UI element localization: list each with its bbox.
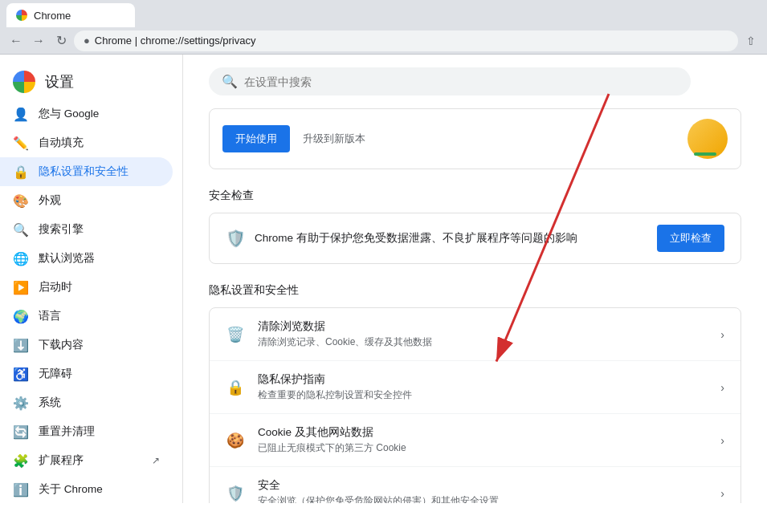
site-icon: ● — [84, 35, 90, 47]
search-engine-icon: 🔍 — [13, 221, 29, 238]
download-icon: ⬇️ — [13, 337, 29, 353]
sidebar-item-autofill[interactable]: ✏️ 自动填充 — [0, 128, 173, 157]
promo-graphic — [663, 119, 728, 159]
sidebar-label-reset: 重置并清理 — [39, 424, 160, 439]
google-icon: 👤 — [13, 106, 29, 122]
privacy-guide-title: 隐私保护指南 — [258, 372, 708, 387]
cookies-title: Cookie 及其他网站数据 — [258, 425, 708, 440]
active-tab[interactable]: Chrome — [6, 3, 135, 27]
sidebar-label-language: 语言 — [39, 309, 160, 323]
search-bar: 🔍 — [209, 67, 691, 95]
tab-label: Chrome — [34, 10, 71, 22]
chevron-right-icon-3: › — [720, 434, 724, 447]
settings-item-security[interactable]: 🛡️ 安全 安全浏览（保护您免受危险网站的侵害）和其他安全设置 › — [210, 467, 740, 503]
back-button[interactable]: ← — [6, 31, 26, 51]
security-subtitle: 安全浏览（保护您免受危险网站的侵害）和其他安全设置 — [258, 494, 708, 503]
sidebar-label-accessibility: 无障碍 — [39, 367, 160, 381]
privacy-section-title: 隐私设置和安全性 — [209, 283, 741, 298]
sidebar-header: 设置 — [0, 61, 182, 99]
sidebar-title: 设置 — [45, 72, 74, 91]
chrome-logo-icon — [13, 71, 35, 93]
privacy-guide-text: 隐私保护指南 检查重要的隐私控制设置和安全控件 — [258, 372, 708, 402]
promo-card: 开始使用 升级到新版本 — [209, 108, 741, 169]
search-icon: 🔍 — [222, 74, 238, 89]
sidebar-label-google: 您与 Google — [39, 107, 160, 121]
forward-button[interactable]: → — [29, 31, 48, 51]
sidebar-item-startup[interactable]: ▶️ 启动时 — [0, 273, 173, 302]
reload-button[interactable]: ↻ — [51, 31, 71, 51]
tab-bar: Chrome — [0, 0, 767, 27]
share-button[interactable]: ⇧ — [741, 31, 761, 51]
sidebar: 设置 👤 您与 Google ✏️ 自动填充 🔒 隐私设置和安全性 🎨 外观 🔍… — [0, 55, 183, 503]
clear-browsing-text: 清除浏览数据 清除浏览记录、Cookie、缓存及其他数据 — [258, 319, 708, 349]
sidebar-item-about[interactable]: ℹ️ 关于 Chrome — [0, 475, 173, 503]
sidebar-label-extensions: 扩展程序 — [39, 453, 142, 468]
main-content: 🔍 开始使用 升级到新版本 安全检查 🛡️ Chrome 有助于保护您免受数据泄… — [183, 55, 767, 503]
security-icon: 🛡️ — [226, 484, 245, 503]
appearance-icon: 🎨 — [13, 193, 29, 209]
sidebar-label-search: 搜索引擎 — [39, 222, 160, 237]
system-icon: ⚙️ — [13, 395, 29, 411]
sidebar-label-privacy: 隐私设置和安全性 — [39, 164, 160, 179]
search-input[interactable] — [244, 75, 678, 88]
sidebar-label-system: 系统 — [39, 396, 160, 410]
address-input[interactable]: ● Chrome | chrome://settings/privacy — [74, 30, 738, 51]
settings-item-privacy-guide[interactable]: 🔒 隐私保护指南 检查重要的隐私控制设置和安全控件 › — [210, 361, 740, 414]
sidebar-item-privacy[interactable]: 🔒 隐私设置和安全性 — [0, 157, 173, 186]
settings-item-clear-browsing[interactable]: 🗑️ 清除浏览数据 清除浏览记录、Cookie、缓存及其他数据 › — [210, 308, 740, 361]
autofill-icon: ✏️ — [13, 135, 29, 151]
chevron-right-icon-2: › — [720, 381, 724, 394]
sidebar-label-autofill: 自动填充 — [39, 136, 160, 150]
check-now-button[interactable]: 立即检查 — [657, 225, 724, 252]
address-bar: ← → ↻ ● Chrome | chrome://settings/priva… — [0, 27, 767, 55]
sidebar-item-reset[interactable]: 🔄 重置并清理 — [0, 417, 173, 446]
sidebar-label-about: 关于 Chrome — [39, 482, 160, 497]
sidebar-label-appearance: 外观 — [39, 193, 160, 208]
address-text: Chrome | chrome://settings/privacy — [95, 35, 256, 47]
sidebar-item-download[interactable]: ⬇️ 下载内容 — [0, 331, 173, 359]
sidebar-item-google[interactable]: 👤 您与 Google — [0, 99, 173, 128]
clear-browsing-title: 清除浏览数据 — [258, 319, 708, 334]
chevron-right-icon-4: › — [720, 487, 724, 500]
security-check-card: 🛡️ Chrome 有助于保护您免受数据泄露、不良扩展程序等问题的影响 立即检查 — [209, 213, 741, 264]
language-icon: 🌍 — [13, 308, 29, 324]
settings-item-cookies[interactable]: 🍪 Cookie 及其他网站数据 已阻止无痕模式下的第三方 Cookie › — [210, 414, 740, 467]
sidebar-label-download: 下载内容 — [39, 338, 160, 352]
app-layout: 设置 👤 您与 Google ✏️ 自动填充 🔒 隐私设置和安全性 🎨 外观 🔍… — [0, 55, 767, 503]
sidebar-label-browser: 默认浏览器 — [39, 251, 160, 266]
security-section-title: 安全检查 — [209, 189, 741, 203]
privacy-guide-subtitle: 检查重要的隐私控制设置和安全控件 — [258, 388, 708, 402]
security-check-text: Chrome 有助于保护您免受数据泄露、不良扩展程序等问题的影响 — [255, 231, 647, 246]
promo-button[interactable]: 开始使用 — [222, 125, 290, 152]
settings-card: 🗑️ 清除浏览数据 清除浏览记录、Cookie、缓存及其他数据 › 🔒 隐私保护… — [209, 307, 741, 503]
sidebar-item-extensions[interactable]: 🧩 扩展程序 ↗ — [0, 446, 173, 475]
sidebar-item-browser[interactable]: 🌐 默认浏览器 — [0, 244, 173, 273]
trash-icon: 🗑️ — [226, 325, 245, 344]
promo-extra-text: 升级到新版本 — [303, 132, 365, 146]
privacy-guide-icon: 🔒 — [226, 378, 245, 397]
cookies-subtitle: 已阻止无痕模式下的第三方 Cookie — [258, 441, 708, 455]
tab-favicon — [16, 10, 27, 21]
about-icon: ℹ️ — [13, 481, 29, 497]
extensions-icon: 🧩 — [13, 453, 29, 469]
cookies-icon: 🍪 — [226, 431, 245, 450]
privacy-icon: 🔒 — [13, 164, 29, 180]
external-link-icon: ↗ — [152, 455, 160, 466]
clear-browsing-subtitle: 清除浏览记录、Cookie、缓存及其他数据 — [258, 335, 708, 349]
shield-icon: 🛡️ — [226, 229, 245, 248]
sidebar-item-language[interactable]: 🌍 语言 — [0, 302, 173, 331]
sidebar-item-system[interactable]: ⚙️ 系统 — [0, 388, 173, 417]
startup-icon: ▶️ — [13, 279, 29, 295]
sidebar-label-startup: 启动时 — [39, 280, 160, 294]
security-title: 安全 — [258, 478, 708, 493]
cookies-text: Cookie 及其他网站数据 已阻止无痕模式下的第三方 Cookie — [258, 425, 708, 455]
accessibility-icon: ♿ — [13, 366, 29, 382]
promo-bar — [694, 152, 716, 156]
browser-icon: 🌐 — [13, 250, 29, 266]
chevron-right-icon: › — [720, 328, 724, 341]
sidebar-item-accessibility[interactable]: ♿ 无障碍 — [0, 359, 173, 388]
security-text: 安全 安全浏览（保护您免受危险网站的侵害）和其他安全设置 — [258, 478, 708, 503]
sidebar-item-search[interactable]: 🔍 搜索引擎 — [0, 215, 173, 244]
sidebar-item-appearance[interactable]: 🎨 外观 — [0, 186, 173, 215]
reset-icon: 🔄 — [13, 424, 29, 440]
